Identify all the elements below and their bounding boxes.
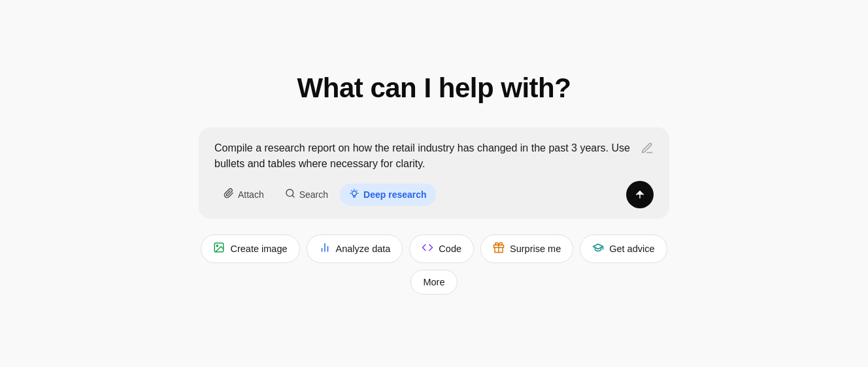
send-button[interactable] xyxy=(626,181,654,208)
input-text[interactable]: Compile a research report on how the ret… xyxy=(214,140,641,172)
deep-research-button[interactable]: Deep research xyxy=(340,184,436,206)
surprise-icon xyxy=(493,242,505,256)
input-left-actions: Attach Search xyxy=(214,184,436,206)
analyze-data-icon xyxy=(319,242,331,256)
search-icon xyxy=(285,188,295,201)
input-box: Compile a research report on how the ret… xyxy=(199,127,669,219)
attach-icon xyxy=(224,188,234,201)
suggestion-chips: Create image Analyze data Code xyxy=(199,234,669,295)
attach-label: Attach xyxy=(238,189,264,200)
create-image-label: Create image xyxy=(230,244,287,254)
more-label: More xyxy=(423,277,444,287)
deep-research-icon xyxy=(349,188,359,201)
create-image-icon xyxy=(213,242,225,256)
get-advice-label: Get advice xyxy=(609,244,654,254)
edit-icon[interactable] xyxy=(641,142,654,158)
input-actions: Attach Search xyxy=(214,181,654,208)
analyze-data-label: Analyze data xyxy=(336,244,391,254)
code-chip[interactable]: Code xyxy=(409,234,474,263)
create-image-chip[interactable]: Create image xyxy=(201,234,299,263)
attach-button[interactable]: Attach xyxy=(214,184,273,206)
surprise-me-chip[interactable]: Surprise me xyxy=(480,234,573,263)
search-button[interactable]: Search xyxy=(276,184,337,206)
analyze-data-chip[interactable]: Analyze data xyxy=(307,234,403,263)
deep-research-label: Deep research xyxy=(363,189,427,200)
more-chip[interactable]: More xyxy=(410,270,457,295)
page-title: What can I help with? xyxy=(297,72,571,104)
search-label: Search xyxy=(299,189,328,200)
code-icon xyxy=(422,242,433,256)
code-label: Code xyxy=(439,244,461,254)
input-text-area: Compile a research report on how the ret… xyxy=(214,140,654,172)
main-container: What can I help with? Compile a research… xyxy=(173,72,695,295)
surprise-me-label: Surprise me xyxy=(510,244,561,254)
get-advice-chip[interactable]: Get advice xyxy=(580,234,667,263)
get-advice-icon xyxy=(592,242,604,256)
svg-point-3 xyxy=(217,245,218,246)
